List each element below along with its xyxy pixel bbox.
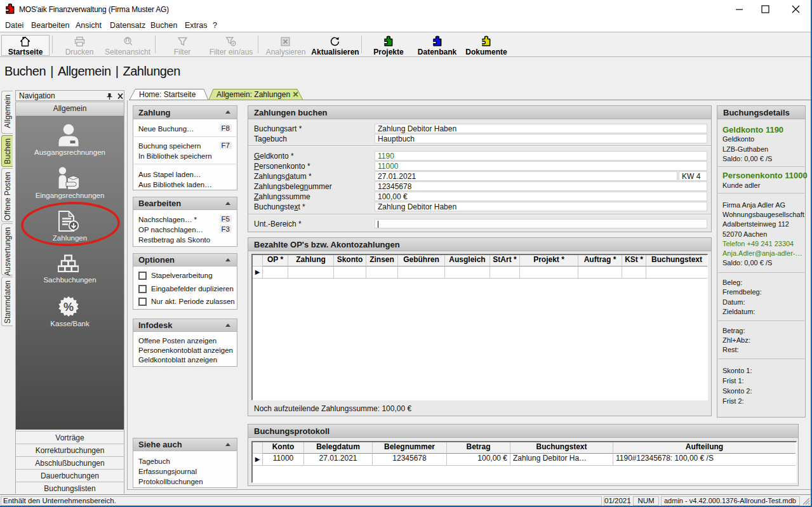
- svg-text:%: %: [63, 301, 74, 313]
